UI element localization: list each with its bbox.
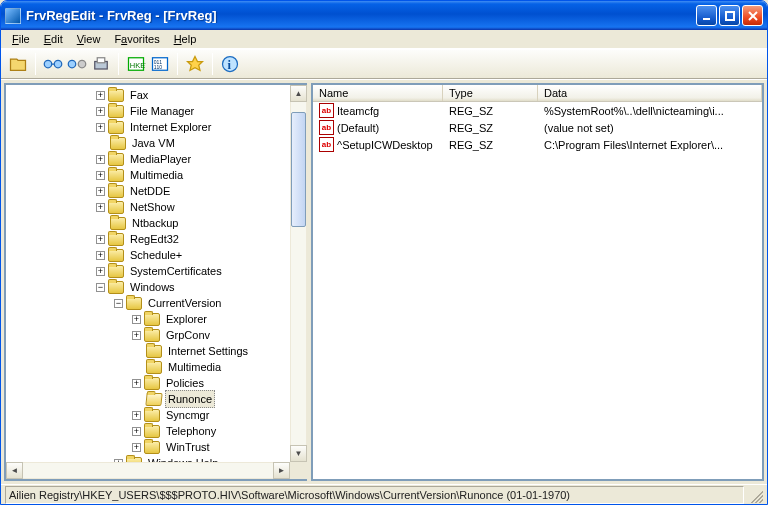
expand-icon[interactable]: + <box>96 251 105 260</box>
list-header[interactable]: Name Type Data <box>313 85 762 102</box>
connect-button[interactable] <box>42 53 64 75</box>
tree-item[interactable]: −CurrentVersion <box>6 295 307 311</box>
menu-favorites[interactable]: Favorites <box>107 31 166 47</box>
tree-pane: +Fax+File Manager+Internet ExplorerJava … <box>4 83 307 481</box>
separator <box>118 53 119 75</box>
print-button[interactable] <box>90 53 112 75</box>
value-row[interactable]: ab(Default)REG_SZ(value not set) <box>313 119 762 136</box>
expand-icon[interactable]: + <box>132 443 141 452</box>
value-name: Iteamcfg <box>337 105 379 117</box>
vertical-scrollbar[interactable]: ▲ ▼ <box>290 85 307 462</box>
tree-item[interactable]: +NetShow <box>6 199 307 215</box>
expand-icon[interactable]: + <box>96 155 105 164</box>
svg-text:110: 110 <box>154 64 163 70</box>
close-button[interactable] <box>742 5 763 26</box>
folder-icon <box>108 265 124 278</box>
folder-icon <box>110 137 126 150</box>
svg-point-5 <box>54 60 62 68</box>
about-button[interactable]: i <box>219 53 241 75</box>
expand-icon[interactable]: + <box>96 267 105 276</box>
minimize-button[interactable] <box>696 5 717 26</box>
tree-item[interactable]: Runonce <box>6 391 307 407</box>
menu-view[interactable]: View <box>70 31 108 47</box>
spacer <box>132 362 143 373</box>
expand-icon[interactable]: + <box>132 379 141 388</box>
tree-item[interactable]: +File Manager <box>6 103 307 119</box>
tree-item[interactable]: +WinTrust <box>6 439 307 455</box>
tree-item[interactable]: +Telephony <box>6 423 307 439</box>
expand-icon[interactable]: + <box>96 107 105 116</box>
menubar: FileEditViewFavoritesHelp <box>1 30 767 49</box>
tree-item[interactable]: +Schedule+ <box>6 247 307 263</box>
folder-icon <box>108 249 124 262</box>
menu-help[interactable]: Help <box>167 31 204 47</box>
tree-item[interactable]: +GrpConv <box>6 327 307 343</box>
titlebar[interactable]: FrvRegEdit - FrvReg - [FrvReg] <box>1 1 767 30</box>
collapse-icon[interactable]: − <box>96 283 105 292</box>
disconnect-button[interactable] <box>66 53 88 75</box>
folder-icon <box>144 377 160 390</box>
values-list[interactable]: abIteamcfgREG_SZ%SystemRoot%\..\dell\nic… <box>313 102 762 479</box>
tree-item[interactable]: +Explorer <box>6 311 307 327</box>
open-button[interactable] <box>7 53 29 75</box>
svg-point-7 <box>68 60 76 68</box>
expand-icon[interactable]: + <box>132 331 141 340</box>
scroll-left-button[interactable]: ◄ <box>6 462 23 479</box>
expand-icon[interactable]: + <box>96 187 105 196</box>
folder-icon <box>108 153 124 166</box>
col-data[interactable]: Data <box>538 85 762 101</box>
scroll-up-button[interactable]: ▲ <box>290 85 307 102</box>
tree-item[interactable]: +RegEdt32 <box>6 231 307 247</box>
menu-edit[interactable]: Edit <box>37 31 70 47</box>
tree-item[interactable]: +MediaPlayer <box>6 151 307 167</box>
maximize-button[interactable] <box>719 5 740 26</box>
menu-file[interactable]: File <box>5 31 37 47</box>
scroll-down-button[interactable]: ▼ <box>290 445 307 462</box>
expand-icon[interactable]: + <box>132 427 141 436</box>
tree-item[interactable]: Ntbackup <box>6 215 307 231</box>
spacer <box>96 218 107 229</box>
window-title: FrvRegEdit - FrvReg - [FrvReg] <box>26 8 696 23</box>
hkey-button[interactable]: HKEY <box>125 53 147 75</box>
binary-button[interactable]: 011110 <box>149 53 171 75</box>
folder-icon <box>108 89 124 102</box>
col-type[interactable]: Type <box>443 85 538 101</box>
favorites-button[interactable] <box>184 53 206 75</box>
folder-icon <box>108 233 124 246</box>
folder-icon <box>146 361 162 374</box>
tree-item[interactable]: Java VM <box>6 135 307 151</box>
string-value-icon: ab <box>319 120 334 135</box>
expand-icon[interactable]: + <box>96 203 105 212</box>
expand-icon[interactable]: + <box>132 315 141 324</box>
tree-item[interactable]: +Internet Explorer <box>6 119 307 135</box>
expand-icon[interactable]: + <box>96 91 105 100</box>
tree-item[interactable]: +Policies <box>6 375 307 391</box>
col-name[interactable]: Name <box>313 85 443 101</box>
tree-item[interactable]: +Fax <box>6 87 307 103</box>
tree-item[interactable]: Internet Settings <box>6 343 307 359</box>
tree-item[interactable]: +SystemCertificates <box>6 263 307 279</box>
scroll-track-h[interactable] <box>23 462 273 479</box>
scroll-right-button[interactable]: ► <box>273 462 290 479</box>
value-row[interactable]: abIteamcfgREG_SZ%SystemRoot%\..\dell\nic… <box>313 102 762 119</box>
expand-icon[interactable]: + <box>96 235 105 244</box>
horizontal-scrollbar[interactable]: ◄ ► <box>6 462 290 479</box>
tree-item[interactable]: +Multimedia <box>6 167 307 183</box>
collapse-icon[interactable]: − <box>114 299 123 308</box>
resize-grip[interactable] <box>747 487 763 503</box>
tree-item[interactable]: −Windows <box>6 279 307 295</box>
svg-text:HKEY: HKEY <box>130 61 146 70</box>
folder-icon <box>108 185 124 198</box>
scroll-thumb[interactable] <box>291 112 306 227</box>
tree-item[interactable]: +NetDDE <box>6 183 307 199</box>
expand-icon[interactable]: + <box>96 123 105 132</box>
value-data: (value not set) <box>538 122 762 134</box>
expand-icon[interactable]: + <box>132 411 141 420</box>
expand-icon[interactable]: + <box>96 171 105 180</box>
tree-item[interactable]: Multimedia <box>6 359 307 375</box>
scroll-track[interactable] <box>290 102 307 445</box>
registry-tree[interactable]: +Fax+File Manager+Internet ExplorerJava … <box>6 85 307 473</box>
tree-item[interactable]: +Syncmgr <box>6 407 307 423</box>
value-row[interactable]: ab^SetupICWDesktopREG_SZC:\Program Files… <box>313 136 762 153</box>
svg-point-4 <box>44 60 52 68</box>
